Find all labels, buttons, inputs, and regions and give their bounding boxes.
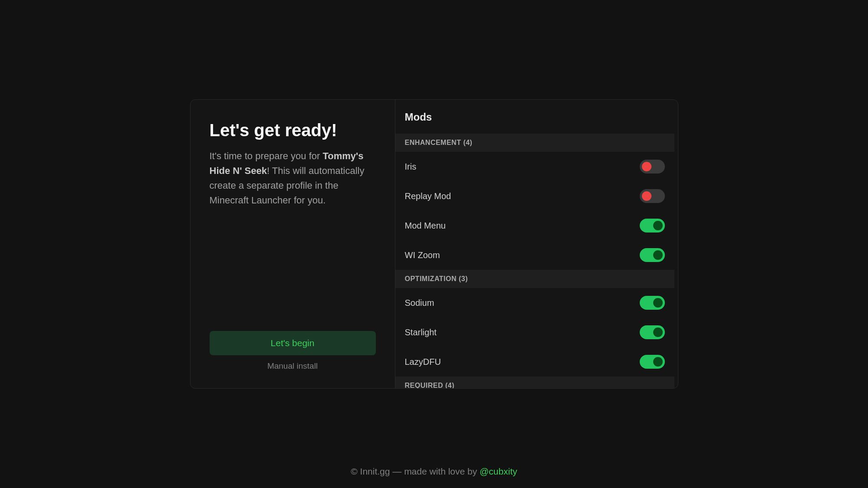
section-header: REQUIRED (4)	[395, 377, 674, 388]
toggle-knob	[653, 221, 663, 230]
toggle-knob	[653, 328, 663, 337]
mod-name: Starlight	[405, 328, 437, 337]
mod-name: WI Zoom	[405, 250, 440, 260]
mod-name: Sodium	[405, 298, 434, 308]
mod-row: Starlight	[395, 318, 674, 347]
mod-toggle[interactable]	[640, 160, 665, 174]
mod-name: Mod Menu	[405, 221, 446, 231]
section-header: OPTIMIZATION (3)	[395, 270, 674, 288]
page-title: Let's get ready!	[210, 121, 376, 140]
mod-row: Iris	[395, 152, 674, 181]
mod-toggle[interactable]	[640, 219, 665, 233]
mods-title: Mods	[395, 100, 678, 134]
mod-toggle[interactable]	[640, 248, 665, 262]
footer: © Innit.gg — made with love by @cubxity	[351, 466, 517, 477]
mod-row: LazyDFU	[395, 347, 674, 377]
toggle-knob	[642, 162, 651, 171]
mod-toggle[interactable]	[640, 325, 665, 339]
description: It's time to prepare you for Tommy's Hid…	[210, 149, 376, 331]
mod-name: Iris	[405, 162, 417, 172]
mods-scroll-area[interactable]: ENHANCEMENT (4)IrisReplay ModMod MenuWI …	[395, 134, 678, 388]
manual-install-link[interactable]: Manual install	[210, 361, 376, 371]
section-header: ENHANCEMENT (4)	[395, 134, 674, 152]
mod-toggle[interactable]	[640, 189, 665, 203]
right-pane: Mods ENHANCEMENT (4)IrisReplay ModMod Me…	[395, 100, 678, 388]
begin-button[interactable]: Let's begin	[210, 331, 376, 355]
mod-name: Replay Mod	[405, 191, 451, 201]
mod-toggle[interactable]	[640, 296, 665, 310]
author-link[interactable]: @cubxity	[480, 466, 517, 476]
toggle-knob	[653, 298, 663, 308]
toggle-knob	[653, 357, 663, 367]
setup-modal: Let's get ready! It's time to prepare yo…	[190, 99, 678, 389]
mod-row: Replay Mod	[395, 181, 674, 211]
desc-prefix: It's time to prepare you for	[210, 151, 323, 161]
footer-text: © Innit.gg — made with love by	[351, 466, 480, 476]
mod-toggle[interactable]	[640, 355, 665, 369]
mod-row: Sodium	[395, 288, 674, 318]
toggle-knob	[642, 191, 651, 201]
toggle-knob	[653, 250, 663, 260]
mod-row: Mod Menu	[395, 211, 674, 240]
mod-row: WI Zoom	[395, 240, 674, 270]
mod-name: LazyDFU	[405, 357, 441, 367]
left-pane: Let's get ready! It's time to prepare yo…	[191, 100, 395, 388]
